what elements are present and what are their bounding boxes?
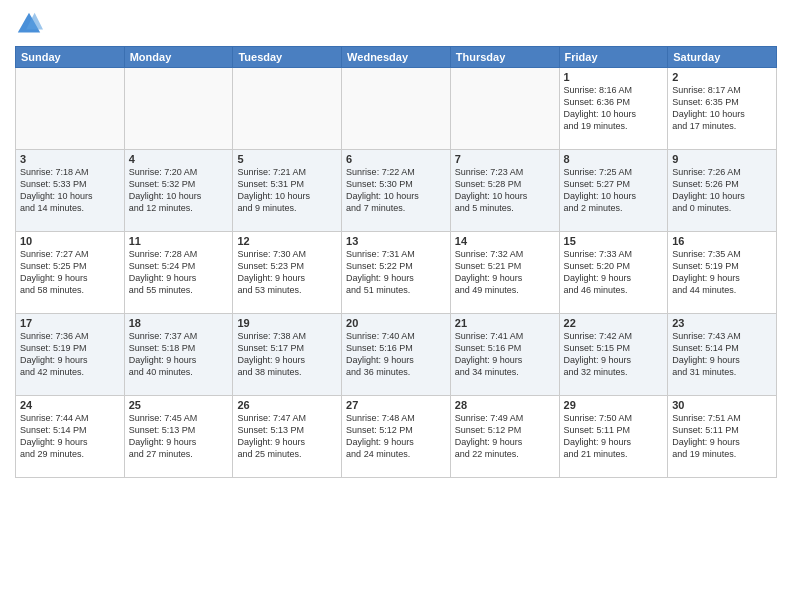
day-info: Sunrise: 7:18 AM Sunset: 5:33 PM Dayligh… <box>20 166 120 215</box>
cell-w3-d6: 15Sunrise: 7:33 AM Sunset: 5:20 PM Dayli… <box>559 232 668 314</box>
header-monday: Monday <box>124 47 233 68</box>
day-number: 14 <box>455 235 555 247</box>
day-number: 27 <box>346 399 446 411</box>
day-number: 13 <box>346 235 446 247</box>
day-number: 15 <box>564 235 664 247</box>
cell-w4-d1: 17Sunrise: 7:36 AM Sunset: 5:19 PM Dayli… <box>16 314 125 396</box>
week-row-5: 24Sunrise: 7:44 AM Sunset: 5:14 PM Dayli… <box>16 396 777 478</box>
cell-w3-d5: 14Sunrise: 7:32 AM Sunset: 5:21 PM Dayli… <box>450 232 559 314</box>
cell-w3-d7: 16Sunrise: 7:35 AM Sunset: 5:19 PM Dayli… <box>668 232 777 314</box>
header-saturday: Saturday <box>668 47 777 68</box>
cell-w1-d2 <box>124 68 233 150</box>
day-info: Sunrise: 7:50 AM Sunset: 5:11 PM Dayligh… <box>564 412 664 461</box>
day-number: 11 <box>129 235 229 247</box>
day-info: Sunrise: 7:33 AM Sunset: 5:20 PM Dayligh… <box>564 248 664 297</box>
day-number: 30 <box>672 399 772 411</box>
day-number: 1 <box>564 71 664 83</box>
day-number: 16 <box>672 235 772 247</box>
day-info: Sunrise: 8:16 AM Sunset: 6:36 PM Dayligh… <box>564 84 664 133</box>
day-info: Sunrise: 7:28 AM Sunset: 5:24 PM Dayligh… <box>129 248 229 297</box>
day-info: Sunrise: 7:42 AM Sunset: 5:15 PM Dayligh… <box>564 330 664 379</box>
cell-w3-d2: 11Sunrise: 7:28 AM Sunset: 5:24 PM Dayli… <box>124 232 233 314</box>
day-info: Sunrise: 7:36 AM Sunset: 5:19 PM Dayligh… <box>20 330 120 379</box>
day-number: 8 <box>564 153 664 165</box>
week-row-3: 10Sunrise: 7:27 AM Sunset: 5:25 PM Dayli… <box>16 232 777 314</box>
day-info: Sunrise: 7:41 AM Sunset: 5:16 PM Dayligh… <box>455 330 555 379</box>
day-number: 12 <box>237 235 337 247</box>
cell-w5-d4: 27Sunrise: 7:48 AM Sunset: 5:12 PM Dayli… <box>342 396 451 478</box>
cell-w1-d6: 1Sunrise: 8:16 AM Sunset: 6:36 PM Daylig… <box>559 68 668 150</box>
day-info: Sunrise: 7:44 AM Sunset: 5:14 PM Dayligh… <box>20 412 120 461</box>
day-number: 21 <box>455 317 555 329</box>
day-info: Sunrise: 7:45 AM Sunset: 5:13 PM Dayligh… <box>129 412 229 461</box>
header <box>15 10 777 38</box>
cell-w2-d3: 5Sunrise: 7:21 AM Sunset: 5:31 PM Daylig… <box>233 150 342 232</box>
header-thursday: Thursday <box>450 47 559 68</box>
day-info: Sunrise: 7:21 AM Sunset: 5:31 PM Dayligh… <box>237 166 337 215</box>
day-number: 29 <box>564 399 664 411</box>
calendar-body: 1Sunrise: 8:16 AM Sunset: 6:36 PM Daylig… <box>16 68 777 478</box>
cell-w2-d5: 7Sunrise: 7:23 AM Sunset: 5:28 PM Daylig… <box>450 150 559 232</box>
day-number: 20 <box>346 317 446 329</box>
day-info: Sunrise: 7:27 AM Sunset: 5:25 PM Dayligh… <box>20 248 120 297</box>
day-info: Sunrise: 7:32 AM Sunset: 5:21 PM Dayligh… <box>455 248 555 297</box>
day-number: 26 <box>237 399 337 411</box>
cell-w5-d1: 24Sunrise: 7:44 AM Sunset: 5:14 PM Dayli… <box>16 396 125 478</box>
day-info: Sunrise: 7:48 AM Sunset: 5:12 PM Dayligh… <box>346 412 446 461</box>
cell-w4-d5: 21Sunrise: 7:41 AM Sunset: 5:16 PM Dayli… <box>450 314 559 396</box>
day-info: Sunrise: 7:40 AM Sunset: 5:16 PM Dayligh… <box>346 330 446 379</box>
cell-w1-d3 <box>233 68 342 150</box>
day-number: 22 <box>564 317 664 329</box>
day-info: Sunrise: 7:30 AM Sunset: 5:23 PM Dayligh… <box>237 248 337 297</box>
day-number: 25 <box>129 399 229 411</box>
week-row-1: 1Sunrise: 8:16 AM Sunset: 6:36 PM Daylig… <box>16 68 777 150</box>
cell-w2-d2: 4Sunrise: 7:20 AM Sunset: 5:32 PM Daylig… <box>124 150 233 232</box>
logo-icon <box>15 10 43 38</box>
cell-w4-d3: 19Sunrise: 7:38 AM Sunset: 5:17 PM Dayli… <box>233 314 342 396</box>
cell-w5-d2: 25Sunrise: 7:45 AM Sunset: 5:13 PM Dayli… <box>124 396 233 478</box>
day-number: 24 <box>20 399 120 411</box>
header-friday: Friday <box>559 47 668 68</box>
cell-w4-d7: 23Sunrise: 7:43 AM Sunset: 5:14 PM Dayli… <box>668 314 777 396</box>
day-info: Sunrise: 7:20 AM Sunset: 5:32 PM Dayligh… <box>129 166 229 215</box>
day-number: 23 <box>672 317 772 329</box>
cell-w2-d6: 8Sunrise: 7:25 AM Sunset: 5:27 PM Daylig… <box>559 150 668 232</box>
calendar-header-row: SundayMondayTuesdayWednesdayThursdayFrid… <box>16 47 777 68</box>
day-info: Sunrise: 7:47 AM Sunset: 5:13 PM Dayligh… <box>237 412 337 461</box>
cell-w2-d7: 9Sunrise: 7:26 AM Sunset: 5:26 PM Daylig… <box>668 150 777 232</box>
day-number: 7 <box>455 153 555 165</box>
day-number: 2 <box>672 71 772 83</box>
day-info: Sunrise: 7:43 AM Sunset: 5:14 PM Dayligh… <box>672 330 772 379</box>
day-number: 5 <box>237 153 337 165</box>
week-row-2: 3Sunrise: 7:18 AM Sunset: 5:33 PM Daylig… <box>16 150 777 232</box>
cell-w4-d6: 22Sunrise: 7:42 AM Sunset: 5:15 PM Dayli… <box>559 314 668 396</box>
day-info: Sunrise: 7:31 AM Sunset: 5:22 PM Dayligh… <box>346 248 446 297</box>
day-info: Sunrise: 7:35 AM Sunset: 5:19 PM Dayligh… <box>672 248 772 297</box>
cell-w1-d7: 2Sunrise: 8:17 AM Sunset: 6:35 PM Daylig… <box>668 68 777 150</box>
cell-w3-d3: 12Sunrise: 7:30 AM Sunset: 5:23 PM Dayli… <box>233 232 342 314</box>
cell-w5-d7: 30Sunrise: 7:51 AM Sunset: 5:11 PM Dayli… <box>668 396 777 478</box>
logo <box>15 10 47 38</box>
day-info: Sunrise: 7:25 AM Sunset: 5:27 PM Dayligh… <box>564 166 664 215</box>
week-row-4: 17Sunrise: 7:36 AM Sunset: 5:19 PM Dayli… <box>16 314 777 396</box>
day-info: Sunrise: 8:17 AM Sunset: 6:35 PM Dayligh… <box>672 84 772 133</box>
calendar: SundayMondayTuesdayWednesdayThursdayFrid… <box>15 46 777 478</box>
cell-w1-d1 <box>16 68 125 150</box>
cell-w1-d4 <box>342 68 451 150</box>
day-number: 28 <box>455 399 555 411</box>
day-number: 10 <box>20 235 120 247</box>
day-info: Sunrise: 7:22 AM Sunset: 5:30 PM Dayligh… <box>346 166 446 215</box>
day-number: 17 <box>20 317 120 329</box>
day-info: Sunrise: 7:23 AM Sunset: 5:28 PM Dayligh… <box>455 166 555 215</box>
day-number: 4 <box>129 153 229 165</box>
day-number: 18 <box>129 317 229 329</box>
header-wednesday: Wednesday <box>342 47 451 68</box>
day-number: 6 <box>346 153 446 165</box>
cell-w5-d3: 26Sunrise: 7:47 AM Sunset: 5:13 PM Dayli… <box>233 396 342 478</box>
cell-w1-d5 <box>450 68 559 150</box>
cell-w3-d4: 13Sunrise: 7:31 AM Sunset: 5:22 PM Dayli… <box>342 232 451 314</box>
cell-w5-d6: 29Sunrise: 7:50 AM Sunset: 5:11 PM Dayli… <box>559 396 668 478</box>
day-info: Sunrise: 7:51 AM Sunset: 5:11 PM Dayligh… <box>672 412 772 461</box>
day-number: 19 <box>237 317 337 329</box>
page: SundayMondayTuesdayWednesdayThursdayFrid… <box>0 0 792 612</box>
